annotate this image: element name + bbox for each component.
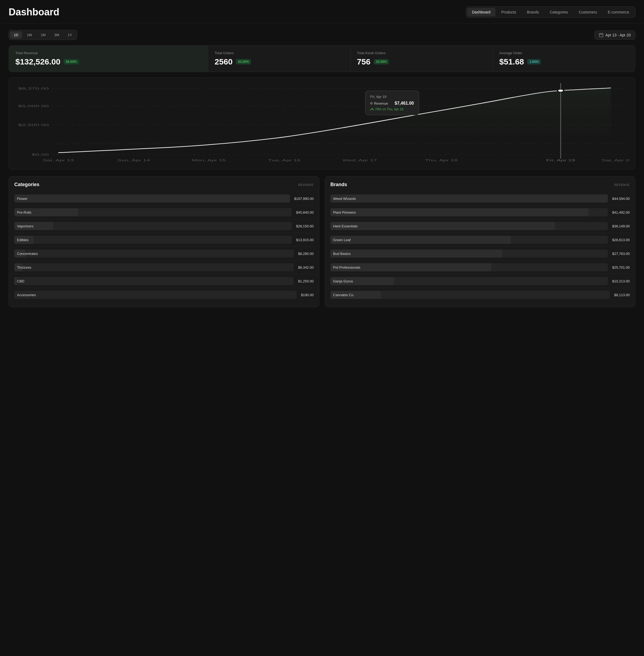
greenleaf-value: $28,813.00	[612, 238, 630, 242]
categories-list: Flower $197,990.00 Pre-Rolls $45,840.00	[14, 192, 314, 301]
time-btn-1m[interactable]: 1M	[37, 31, 49, 39]
stat-avg-order: Average Order $51.68 1.94%	[493, 46, 635, 72]
plantpioneers-bar: Plant Pioneers	[330, 208, 608, 216]
budbasics-bar: Bud Basics	[330, 249, 608, 257]
time-filter-group: 1D 1W 1M 3M 1Y	[9, 30, 77, 40]
stat-total-revenue: Total Revenue $132,526.00 56.00%	[9, 46, 208, 72]
cannabisco-bar: Cannabis Co.	[330, 291, 610, 299]
vaporizers-bar: Vaporizers	[14, 222, 292, 230]
potprofessionals-label: Pot Professionals	[330, 266, 360, 269]
weedwizards-label: Weed Wizards	[330, 197, 356, 201]
category-row-prerolls: Pre-Rolls $45,840.00	[14, 206, 314, 219]
svg-text:Fri, Apr 19: Fri, Apr 19	[546, 159, 575, 162]
stat-avg-value-row: $51.68 1.94%	[499, 57, 629, 66]
brands-col-header: REVENUE	[614, 183, 630, 186]
greenleaf-bar: Green Leaf	[330, 236, 608, 244]
stat-orders-value-row: 2560 43.00%	[215, 57, 344, 66]
edibles-value: $13,915.00	[296, 238, 314, 242]
weedwizards-bar-fill	[330, 195, 608, 203]
concentrates-bar: Concentrates	[14, 249, 294, 257]
svg-text:$8,370.00: $8,370.00	[18, 87, 49, 90]
brand-row-ganja-gurus: Ganja Gurus $10,213.00	[330, 274, 630, 288]
cannabisco-value: $8,113.00	[614, 293, 630, 297]
herbessentials-bar: Herb Essentials	[330, 222, 608, 230]
svg-text:Tue, Apr 16: Tue, Apr 16	[268, 159, 300, 162]
stat-kiosk-value-row: 756 32.00%	[357, 57, 486, 66]
tinctures-value: $6,342.00	[298, 266, 314, 269]
time-btn-1w[interactable]: 1W	[23, 31, 36, 39]
nav-item-products[interactable]: Products	[497, 8, 521, 17]
prerolls-label: Pre-Rolls	[14, 210, 31, 214]
brand-row-plant-pioneers: Plant Pioneers $41,492.00	[330, 206, 630, 219]
flower-bar: Flower	[14, 195, 290, 203]
brands-panel: Brands REVENUE Weed Wizards $44,594.00 P	[325, 176, 635, 307]
budbasics-value: $27,763.00	[612, 252, 630, 256]
category-row-edibles: Edibles $13,915.00	[14, 233, 314, 247]
chart-wrap: $8,370.00 $5,000.00 $2,500.00 $0.00	[14, 83, 630, 164]
svg-text:Mon, Apr 15: Mon, Apr 15	[192, 159, 226, 162]
plantpioneers-bar-fill	[330, 208, 589, 216]
nav-item-ecommerce[interactable]: E-commerce	[603, 8, 634, 17]
brands-title: Brands	[330, 182, 347, 187]
nav-item-brands[interactable]: Brands	[522, 8, 544, 17]
svg-point-11	[557, 89, 564, 92]
categories-col-header: REVENUE	[298, 183, 314, 186]
accessories-bar: Accessories	[14, 291, 297, 299]
tinctures-label: Tinctures	[14, 266, 31, 269]
time-btn-3m[interactable]: 3M	[50, 31, 63, 39]
stat-revenue-label: Total Revenue	[15, 51, 202, 55]
main-nav: Dashboard Products Brands Categories Cus…	[466, 6, 635, 18]
category-row-vaporizers: Vaporizers $28,150.00	[14, 219, 314, 233]
main-content: 1D 1W 1M 3M 1Y Apr 13 - Apr 20 Total Rev…	[0, 23, 644, 314]
brands-list: Weed Wizards $44,594.00 Plant Pioneers $…	[330, 192, 630, 301]
concentrates-label: Concentrates	[14, 252, 38, 256]
stat-kiosk-value: 756	[357, 57, 371, 66]
nav-item-categories[interactable]: Categories	[545, 8, 573, 17]
stat-revenue-badge: 56.00%	[64, 59, 79, 65]
concentrates-value: $8,280.00	[298, 252, 314, 256]
time-btn-1y[interactable]: 1Y	[64, 31, 76, 39]
brand-row-bud-basics: Bud Basics $27,763.00	[330, 247, 630, 261]
prerolls-bar: Pre-Rolls	[14, 208, 292, 216]
brand-row-cannabis-co: Cannabis Co. $8,113.00	[330, 288, 630, 301]
potprofessionals-value: $25,701.00	[612, 266, 630, 269]
nav-item-dashboard[interactable]: Dashboard	[467, 8, 496, 17]
brand-row-weed-wizards: Weed Wizards $44,594.00	[330, 192, 630, 206]
header: Dashboard Dashboard Products Brands Cate…	[0, 0, 644, 23]
nav-item-customers[interactable]: Customers	[574, 8, 602, 17]
category-row-concentrates: Concentrates $8,280.00	[14, 247, 314, 261]
stat-total-orders: Total Orders 2560 43.00%	[208, 46, 351, 72]
cbd-value: $1,250.00	[298, 279, 314, 283]
category-row-cbd: CBD $1,250.00	[14, 274, 314, 288]
date-range-button[interactable]: Apr 13 - Apr 20	[594, 30, 635, 40]
cannabisco-label: Cannabis Co.	[330, 293, 354, 297]
category-row-flower: Flower $197,990.00	[14, 192, 314, 206]
svg-text:$5,000.00: $5,000.00	[18, 105, 49, 108]
cbd-bar: CBD	[14, 277, 294, 285]
categories-panel: Categories REVENUE Flower $197,990.00 P	[9, 176, 319, 307]
time-btn-1d[interactable]: 1D	[10, 31, 22, 39]
flower-value: $197,990.00	[294, 197, 314, 201]
category-row-accessories: Accessories $190.00	[14, 288, 314, 301]
stat-avg-value: $51.68	[499, 57, 524, 66]
category-row-tinctures: Tinctures $6,342.00	[14, 261, 314, 274]
brand-row-pot-professionals: Pot Professionals $25,701.00	[330, 261, 630, 274]
edibles-bar: Edibles	[14, 236, 292, 244]
stats-row: Total Revenue $132,526.00 56.00% Total O…	[9, 45, 635, 72]
categories-title: Categories	[14, 182, 39, 187]
greenleaf-label: Green Leaf	[330, 238, 351, 242]
brand-row-herb-essentials: Herb Essentials $36,149.00	[330, 219, 630, 233]
greenleaf-bar-fill	[330, 236, 511, 244]
stat-kiosk-badge: 32.00%	[374, 59, 389, 65]
svg-text:Sat, Apr 20: Sat, Apr 20	[602, 159, 630, 162]
date-range-label: Apr 13 - Apr 20	[605, 33, 631, 37]
vaporizers-value: $28,150.00	[296, 224, 314, 228]
plantpioneers-label: Plant Pioneers	[330, 210, 356, 214]
chart-svg: $8,370.00 $5,000.00 $2,500.00 $0.00	[14, 83, 630, 164]
svg-rect-0	[599, 33, 603, 37]
stat-orders-badge: 43.00%	[236, 59, 251, 65]
stat-kiosk-label: Total Kiosk Orders	[357, 51, 486, 55]
budbasics-label: Bud Basics	[330, 252, 351, 256]
ganjagurus-value: $10,213.00	[612, 279, 630, 283]
cbd-label: CBD	[14, 279, 24, 283]
